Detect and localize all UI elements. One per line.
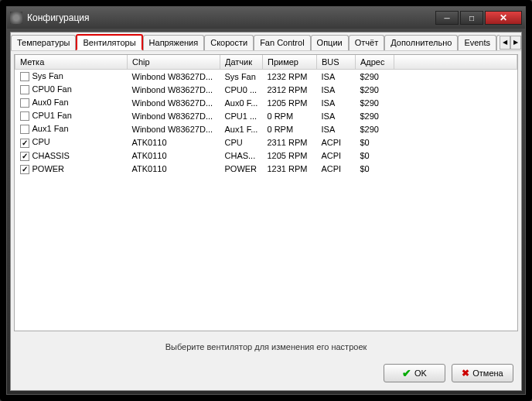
row-checkbox[interactable]	[20, 72, 29, 81]
tab-напряжения[interactable]: Напряжения	[143, 35, 205, 50]
tab-температуры[interactable]: Температуры	[11, 35, 76, 50]
minimize-button[interactable]: ─	[435, 11, 459, 25]
row-sensor: CPU1 ...	[220, 109, 263, 122]
row-bus: ACPI	[317, 163, 356, 176]
tab-scroll-right[interactable]: ▶	[510, 36, 521, 50]
row-sensor: Sys Fan	[220, 70, 263, 84]
row-sensor: POWER	[220, 163, 263, 176]
fan-table: Метка Chip Датчик Пример BUS Адрес Sys F…	[15, 55, 517, 176]
row-chip: ATK0110	[128, 135, 220, 149]
row-chip: Winbond W83627D...	[128, 96, 220, 109]
row-bus: ACPI	[317, 149, 356, 163]
row-address: $290	[356, 109, 394, 122]
row-label: CHASSIS	[32, 151, 70, 160]
table-row[interactable]: CPUATK0110CPU2311 RPMACPI$0	[15, 135, 517, 149]
hint-text: Выберите вентилятор для изменения его на…	[11, 334, 521, 359]
row-label: CPU	[32, 137, 50, 146]
col-header-label[interactable]: Метка	[15, 55, 128, 70]
ok-button-label: OK	[414, 368, 427, 378]
row-chip: Winbond W83627D...	[128, 70, 220, 84]
row-sample: 1205 RPM	[263, 149, 317, 163]
row-address: $290	[356, 83, 394, 96]
row-bus: ACPI	[317, 135, 356, 149]
row-address: $0	[356, 135, 394, 149]
tab-вентиляторы[interactable]: Вентиляторы	[76, 34, 142, 50]
tab-отчёт[interactable]: Отчёт	[349, 35, 384, 50]
table-row[interactable]: Sys FanWinbond W83627D...Sys Fan1232 RPM…	[15, 70, 517, 84]
row-label: CPU0 Fan	[32, 84, 72, 94]
col-header-chip[interactable]: Chip	[128, 55, 220, 70]
tab-events[interactable]: Events	[458, 35, 496, 50]
ok-button[interactable]: ✔ OK	[384, 364, 445, 382]
row-sample: 1205 RPM	[263, 96, 317, 109]
row-sensor: CHAS...	[220, 149, 263, 163]
table-row[interactable]: CPU1 FanWinbond W83627D...CPU1 ...0 RPMI…	[15, 109, 517, 122]
tab-опции[interactable]: Опции	[311, 35, 349, 50]
row-sample: 0 RPM	[263, 122, 317, 135]
row-sensor: Aux1 F...	[220, 122, 263, 135]
row-bus: ISA	[317, 122, 356, 135]
row-checkbox[interactable]	[20, 98, 29, 108]
tab-скорости[interactable]: Скорости	[204, 35, 254, 50]
tab-дополнительно[interactable]: Дополнительно	[384, 35, 458, 50]
titlebar[interactable]: Конфигурация ─ □ ✕	[7, 7, 525, 29]
row-address: $0	[356, 149, 394, 163]
tab-fan control[interactable]: Fan Control	[254, 35, 310, 50]
row-checkbox[interactable]	[20, 165, 29, 174]
row-bus: ISA	[317, 83, 356, 96]
content-panel: Метка Chip Датчик Пример BUS Адрес Sys F…	[14, 54, 518, 331]
cancel-button-label: Отмена	[472, 368, 503, 378]
table-row[interactable]: CHASSISATK0110CHAS...1205 RPMACPI$0	[15, 149, 517, 163]
row-checkbox[interactable]	[20, 139, 29, 148]
row-label: Sys Fan	[32, 71, 63, 81]
row-checkbox[interactable]	[20, 152, 29, 161]
row-sample: 1231 RPM	[263, 163, 317, 176]
tab-bar: ТемпературыВентиляторыНапряженияСкорости…	[11, 33, 521, 51]
button-row: ✔ OK ✖ Отмена	[11, 359, 521, 390]
row-label: Aux0 Fan	[32, 98, 69, 107]
row-chip: Winbond W83627D...	[128, 109, 220, 122]
row-label: POWER	[32, 164, 65, 173]
table-row[interactable]: POWERATK0110POWER1231 RPMACPI$0	[15, 163, 517, 176]
row-sample: 1232 RPM	[263, 70, 317, 84]
row-chip: Winbond W83627D...	[128, 83, 220, 96]
row-label: Aux1 Fan	[32, 124, 69, 133]
close-icon: ✕	[500, 12, 507, 23]
row-chip: Winbond W83627D...	[128, 122, 220, 135]
row-chip: ATK0110	[128, 149, 220, 163]
row-sample: 0 RPM	[263, 109, 317, 122]
row-address: $290	[356, 96, 394, 109]
cancel-button[interactable]: ✖ Отмена	[452, 364, 513, 382]
col-header-sensor[interactable]: Датчик	[220, 55, 263, 70]
row-checkbox[interactable]	[20, 125, 29, 134]
fan-table-scroll[interactable]: Метка Chip Датчик Пример BUS Адрес Sys F…	[15, 55, 517, 331]
row-sample: 2312 RPM	[263, 83, 317, 96]
row-label: CPU1 Fan	[32, 111, 72, 120]
col-header-sample[interactable]: Пример	[263, 55, 317, 70]
row-checkbox[interactable]	[20, 111, 29, 121]
close-button[interactable]: ✕	[485, 11, 522, 25]
row-bus: ISA	[317, 70, 356, 84]
row-checkbox[interactable]	[20, 85, 29, 94]
row-chip: ATK0110	[128, 163, 220, 176]
col-header-bus[interactable]: BUS	[317, 55, 356, 70]
table-row[interactable]: CPU0 FanWinbond W83627D...CPU0 ...2312 R…	[15, 83, 517, 96]
table-row[interactable]: Aux1 FanWinbond W83627D...Aux1 F...0 RPM…	[15, 122, 517, 135]
tab-scroll-left[interactable]: ◀	[500, 36, 510, 50]
cross-icon: ✖	[462, 368, 469, 379]
window-title: Конфигурация	[27, 12, 435, 23]
row-sensor: Aux0 F...	[220, 96, 263, 109]
table-row[interactable]: Aux0 FanWinbond W83627D...Aux0 F...1205 …	[15, 96, 517, 109]
row-address: $290	[356, 122, 394, 135]
checkmark-icon: ✔	[402, 367, 411, 379]
row-sensor: CPU	[220, 135, 263, 149]
col-header-address[interactable]: Адрес	[356, 55, 394, 70]
maximize-icon: □	[469, 14, 474, 22]
row-address: $290	[356, 70, 394, 84]
row-bus: ISA	[317, 96, 356, 109]
row-bus: ISA	[317, 109, 356, 122]
row-address: $0	[356, 163, 394, 176]
app-icon	[10, 12, 22, 24]
maximize-button[interactable]: □	[460, 11, 483, 25]
col-header-spacer	[394, 55, 517, 70]
